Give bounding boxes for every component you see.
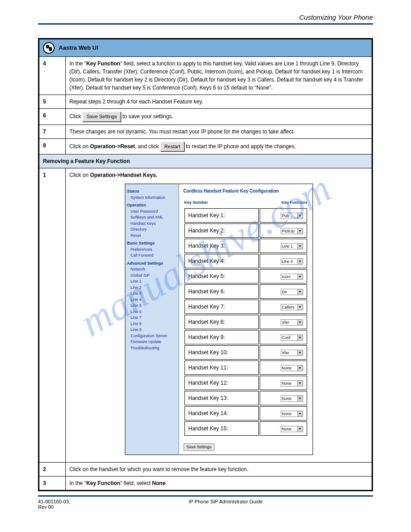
key-function-select[interactable]: Conf▾ [281,335,303,341]
handset-key-row: Handset Key 5:Icom▾ [184,269,307,283]
save-settings-button[interactable]: Save Settings [82,112,121,122]
handset-key-row: Handset Key 1:Pub...▾ [184,208,307,223]
side-link[interactable]: Line 6 [131,309,177,315]
embedded-sidebar: Status System Information Operation User… [125,184,179,455]
side-link[interactable]: Handset Keys [131,221,177,227]
handset-key-label: Handset Key 12: [184,376,259,390]
handset-key-label: Handset Key 8: [184,315,259,329]
key-function-select[interactable]: Line 4▾ [281,258,303,265]
handset-key-row: Handset Key 15:None▾ [184,421,307,436]
handset-key-row: Handset Key 3:Line 1▾ [184,239,307,253]
chevron-down-icon: ▾ [297,228,303,234]
key-function-select[interactable]: None▾ [281,365,303,371]
table-header: Aastra Web UI [39,39,372,57]
key-function-select[interactable]: Pub...▾ [281,213,303,219]
chevron-down-icon: ▾ [297,396,303,401]
chevron-down-icon: ▾ [297,381,303,386]
handset-key-label: Handset Key 11: [184,360,259,375]
handset-key-label: Handset Key 5: [184,269,259,283]
key-function-select[interactable]: Xfer▾ [281,319,303,326]
chevron-down-icon: ▾ [297,411,303,416]
chevron-down-icon: ▾ [297,259,303,264]
step-body: Click on the handset for which you want … [66,463,372,476]
side-advanced: Advanced Settings [127,261,177,267]
handset-key-row: Handset Key 2:PickUp▾ [184,223,307,238]
key-function-select[interactable]: PickUp▾ [281,228,303,234]
table-row: 8 Click on Operation->Reset, and click R… [39,138,372,154]
key-function-select[interactable]: None▾ [281,380,303,386]
key-function-select[interactable]: Icom▾ [281,274,303,280]
side-link[interactable]: Firmware Update [131,339,177,345]
embedded-save-button[interactable]: Save Settings [184,443,215,451]
table-row: 2 Click on the handset for which you wan… [39,463,372,476]
table-row: 6 Click Save Settings to save your setti… [39,109,372,125]
side-link[interactable]: Configuration Server [131,333,177,339]
side-link[interactable]: Preferences [131,247,177,253]
step-body: These changes are not dynamic. You must … [66,124,372,138]
step-number: 4 [39,57,66,95]
key-function-select[interactable]: Dir▾ [281,289,303,295]
side-link[interactable]: Line 5 [131,303,177,309]
handset-key-row: Handset Key 11:None▾ [184,360,307,375]
key-function-select[interactable]: None▾ [281,426,303,432]
side-link[interactable]: User Password [131,209,177,215]
side-link[interactable]: Call Forward [131,253,177,259]
table-row: 5 Repeat steps 2 through 4 for each Hand… [39,95,372,109]
step-body: In the "Key Function" field, select a fu… [66,57,372,95]
handset-key-label: Handset Key 6: [184,284,259,299]
step-number: 8 [43,142,46,149]
col-key-number: Key Number [184,200,259,207]
step-body: Click on Operation->Reset, and click Res… [66,138,372,154]
side-link[interactable]: Reset [131,233,177,239]
side-link[interactable]: Global SIP [131,273,177,279]
handset-key-row: Handset Key 13:None▾ [184,391,307,405]
side-link[interactable]: Line 9 [131,327,177,333]
side-operation: Operation [127,202,177,209]
key-function-select[interactable]: None▾ [281,395,303,402]
section-header-row: Removing a Feature Key Function [39,154,372,168]
side-link[interactable]: Network [131,266,177,273]
handset-key-row: Handset Key 4:Line 4▾ [184,254,307,268]
handset-key-label: Handset Key 9: [184,330,259,344]
chevron-down-icon: ▾ [297,305,303,310]
restart-button[interactable]: Restart [160,142,184,152]
side-link[interactable]: Softkeys and XML [131,215,177,221]
side-link[interactable]: Directory [131,227,177,233]
side-link[interactable]: Line 1 [131,279,177,285]
embedded-main: Cordless Handset Feature Key Configurati… [179,184,313,455]
step-number: 3 [43,480,46,486]
side-status: Status [127,189,177,195]
side-link[interactable]: Line 4 [131,297,177,303]
key-function-select[interactable]: None▾ [281,411,303,417]
side-link[interactable]: Line 7 [131,315,177,321]
key-function-select[interactable]: Xfer▾ [281,350,303,356]
step-body: Click on Operation->Handset Keys. Status… [66,168,372,463]
embedded-title: Cordless Handset Feature Key Configurati… [184,188,308,194]
step-number: 7 [43,129,46,135]
top-rule [38,23,373,25]
bottom-rule [38,495,373,497]
handset-key-label: Handset Key 13: [184,391,259,405]
handset-key-row: Handset Key 12:None▾ [184,376,307,390]
chevron-down-icon: ▾ [297,320,303,325]
side-basic: Basic Settings [127,240,177,247]
section-header: Removing a Feature Key Function [39,154,372,168]
table-row: 4 In the "Key Function" field, select a … [39,57,372,95]
chevron-down-icon: ▾ [297,213,303,219]
key-function-select[interactable]: Callers▾ [281,304,303,310]
instruction-table: Aastra Web UI 4 In the "Key Function" fi… [38,38,373,491]
embedded-screenshot: Status System Information Operation User… [125,184,313,455]
side-link[interactable]: System Information [131,195,177,201]
table-row: 7 These changes are not dynamic. You mus… [39,124,372,138]
side-link[interactable]: Line 3 [131,291,177,297]
side-link[interactable]: Troubleshooting [131,345,177,352]
col-key-function: Key Function [260,200,307,207]
side-link[interactable]: Line 8 [131,321,177,327]
step-body: Repeat steps 2 through 4 for each Handse… [66,95,372,109]
step-number: 2 [43,466,46,472]
key-function-select[interactable]: Line 1▾ [281,243,303,249]
side-link[interactable]: Line 2 [131,285,177,291]
step-number: 1 [43,172,46,178]
page-title: Customizing Your Phone [38,13,373,21]
table-row: 1 Click on Operation->Handset Keys. Stat… [39,168,372,463]
